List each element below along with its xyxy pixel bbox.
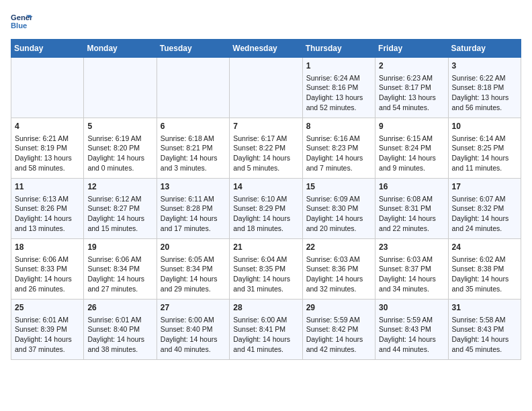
day-info: and 35 minutes.	[452, 284, 517, 294]
day-info: Daylight: 14 hours	[379, 153, 444, 163]
day-number: 7	[233, 121, 298, 132]
day-info: Sunrise: 6:04 AM	[233, 255, 298, 265]
day-number: 24	[452, 242, 517, 253]
day-number: 10	[452, 121, 517, 132]
day-info: Sunset: 8:43 PM	[379, 324, 444, 334]
day-info: Sunset: 8:24 PM	[379, 143, 444, 153]
day-info: Sunrise: 6:13 AM	[15, 194, 80, 204]
day-info: and 37 minutes.	[15, 345, 80, 355]
calendar-cell	[84, 58, 157, 118]
day-info: and 15 minutes.	[87, 224, 152, 234]
day-info: Daylight: 13 hours	[306, 93, 371, 103]
day-info: Sunset: 8:21 PM	[161, 143, 226, 153]
day-number: 6	[161, 121, 226, 132]
day-info: Sunrise: 6:15 AM	[379, 134, 444, 144]
day-number: 25	[15, 302, 80, 314]
day-info: and 45 minutes.	[452, 345, 517, 355]
day-info: Sunrise: 5:59 AM	[306, 315, 371, 325]
day-info: and 27 minutes.	[87, 284, 152, 294]
day-info: Daylight: 14 hours	[233, 334, 298, 345]
day-info: Sunrise: 5:58 AM	[452, 315, 517, 325]
day-info: Sunset: 8:25 PM	[452, 143, 517, 153]
day-number: 21	[233, 242, 298, 253]
calendar-cell: 11Sunrise: 6:13 AMSunset: 8:26 PMDayligh…	[11, 179, 84, 239]
day-info: and 29 minutes.	[161, 284, 226, 294]
calendar-cell	[230, 58, 302, 118]
day-number: 17	[452, 181, 517, 193]
day-info: Daylight: 14 hours	[452, 153, 517, 163]
calendar-cell: 14Sunrise: 6:10 AMSunset: 8:29 PMDayligh…	[230, 179, 302, 239]
day-info: Sunset: 8:32 PM	[452, 203, 517, 214]
calendar-cell: 21Sunrise: 6:04 AMSunset: 8:35 PMDayligh…	[230, 239, 302, 300]
day-info: Sunset: 8:31 PM	[379, 203, 444, 214]
calendar-cell: 24Sunrise: 6:02 AMSunset: 8:38 PMDayligh…	[448, 239, 521, 300]
calendar-cell	[11, 58, 84, 118]
calendar-cell: 20Sunrise: 6:05 AMSunset: 8:34 PMDayligh…	[157, 239, 229, 300]
day-info: and 40 minutes.	[161, 345, 226, 355]
day-info: Sunrise: 6:01 AM	[87, 315, 152, 325]
day-info: Sunset: 8:43 PM	[452, 324, 517, 334]
day-info: and 0 minutes.	[87, 163, 152, 173]
day-info: Sunset: 8:16 PM	[306, 83, 371, 93]
day-info: Daylight: 14 hours	[306, 334, 371, 345]
day-info: Daylight: 14 hours	[87, 153, 152, 163]
day-info: and 20 minutes.	[306, 224, 371, 234]
day-info: Sunrise: 5:59 AM	[379, 315, 444, 325]
day-info: Daylight: 14 hours	[452, 334, 517, 345]
day-number: 8	[306, 121, 371, 132]
day-info: Sunrise: 6:03 AM	[379, 255, 444, 265]
day-info: Sunrise: 6:09 AM	[306, 194, 371, 204]
calendar-cell: 31Sunrise: 5:58 AMSunset: 8:43 PMDayligh…	[448, 300, 521, 360]
day-info: Daylight: 14 hours	[161, 214, 226, 224]
calendar-cell: 17Sunrise: 6:07 AMSunset: 8:32 PMDayligh…	[448, 179, 521, 239]
calendar-cell: 29Sunrise: 5:59 AMSunset: 8:42 PMDayligh…	[302, 300, 375, 360]
day-info: Sunrise: 6:05 AM	[161, 255, 226, 265]
calendar-week-5: 25Sunrise: 6:01 AMSunset: 8:39 PMDayligh…	[11, 300, 521, 360]
day-info: Sunrise: 6:08 AM	[379, 194, 444, 204]
day-number: 29	[306, 302, 371, 314]
calendar-cell: 10Sunrise: 6:14 AMSunset: 8:25 PMDayligh…	[448, 118, 521, 179]
day-info: Daylight: 14 hours	[161, 153, 226, 163]
calendar-week-1: 1Sunrise: 6:24 AMSunset: 8:16 PMDaylight…	[11, 58, 521, 118]
calendar-cell: 23Sunrise: 6:03 AMSunset: 8:37 PMDayligh…	[375, 239, 448, 300]
day-info: and 22 minutes.	[379, 224, 444, 234]
day-info: Daylight: 13 hours	[452, 93, 517, 103]
day-info: and 26 minutes.	[15, 284, 80, 294]
day-info: Sunrise: 6:12 AM	[87, 194, 152, 204]
calendar-week-4: 18Sunrise: 6:06 AMSunset: 8:33 PMDayligh…	[11, 239, 521, 300]
day-number: 11	[15, 181, 80, 193]
day-info: and 31 minutes.	[233, 284, 298, 294]
calendar-cell: 8Sunrise: 6:16 AMSunset: 8:23 PMDaylight…	[302, 118, 375, 179]
calendar-cell: 4Sunrise: 6:21 AMSunset: 8:19 PMDaylight…	[11, 118, 84, 179]
day-info: and 11 minutes.	[452, 163, 517, 173]
day-info: Daylight: 14 hours	[306, 153, 371, 163]
day-info: Sunrise: 6:21 AM	[15, 134, 80, 144]
day-info: Daylight: 14 hours	[306, 274, 371, 284]
day-info: Daylight: 13 hours	[379, 93, 444, 103]
day-number: 26	[87, 302, 152, 314]
day-info: and 38 minutes.	[87, 345, 152, 355]
day-info: Sunrise: 6:07 AM	[452, 194, 517, 204]
day-info: and 13 minutes.	[15, 224, 80, 234]
day-info: Sunset: 8:35 PM	[233, 264, 298, 274]
day-info: Daylight: 14 hours	[233, 153, 298, 163]
calendar-week-2: 4Sunrise: 6:21 AMSunset: 8:19 PMDaylight…	[11, 118, 521, 179]
day-info: and 44 minutes.	[379, 345, 444, 355]
day-number: 16	[379, 181, 444, 193]
day-info: Sunset: 8:26 PM	[15, 203, 80, 214]
day-info: Sunset: 8:19 PM	[15, 143, 80, 153]
col-header-tuesday: Tuesday	[157, 40, 229, 58]
day-number: 9	[379, 121, 444, 132]
day-number: 30	[379, 302, 444, 314]
day-info: Sunset: 8:42 PM	[306, 324, 371, 334]
day-number: 27	[161, 302, 226, 314]
calendar-cell: 6Sunrise: 6:18 AMSunset: 8:21 PMDaylight…	[157, 118, 229, 179]
day-info: and 42 minutes.	[306, 345, 371, 355]
day-info: Sunrise: 6:03 AM	[306, 255, 371, 265]
day-info: Daylight: 13 hours	[15, 153, 80, 163]
day-info: Sunset: 8:17 PM	[379, 83, 444, 93]
day-info: Sunset: 8:40 PM	[161, 324, 226, 334]
day-info: Daylight: 14 hours	[306, 214, 371, 224]
day-info: Daylight: 14 hours	[161, 274, 226, 284]
calendar-cell: 22Sunrise: 6:03 AMSunset: 8:36 PMDayligh…	[302, 239, 375, 300]
